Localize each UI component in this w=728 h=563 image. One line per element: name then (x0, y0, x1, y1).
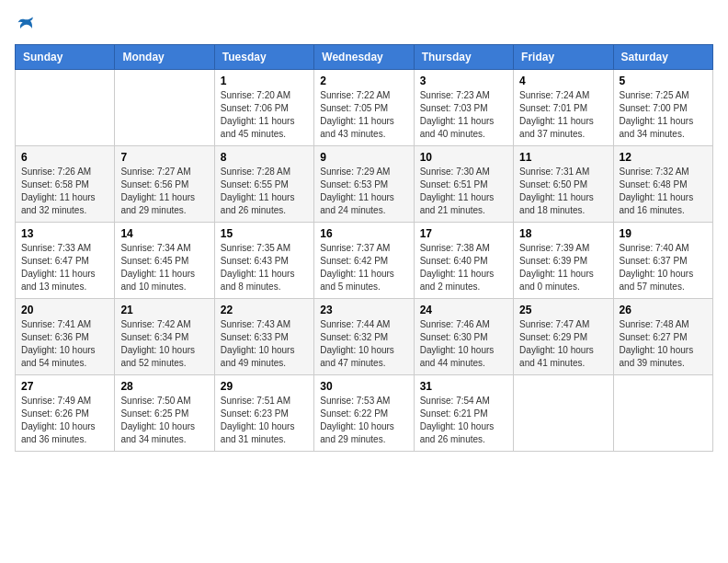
day-number: 25 (519, 304, 607, 316)
day-info: Sunrise: 7:38 AM Sunset: 6:40 PM Dayligh… (420, 242, 507, 293)
day-number: 14 (120, 227, 208, 240)
calendar-day-header: Sunday (16, 45, 115, 70)
day-info: Sunrise: 7:31 AM Sunset: 6:50 PM Dayligh… (519, 166, 607, 217)
calendar-day-header: Saturday (613, 45, 712, 70)
day-number: 5 (620, 75, 707, 87)
day-number: 27 (21, 380, 108, 393)
calendar-cell: 3Sunrise: 7:23 AM Sunset: 7:03 PM Daylig… (414, 70, 513, 146)
calendar-cell: 8Sunrise: 7:28 AM Sunset: 6:55 PM Daylig… (214, 146, 313, 223)
day-number: 12 (620, 151, 707, 164)
day-number: 26 (620, 304, 707, 316)
day-info: Sunrise: 7:41 AM Sunset: 6:36 PM Dayligh… (21, 318, 108, 370)
day-number: 10 (420, 151, 507, 164)
calendar-cell: 10Sunrise: 7:30 AM Sunset: 6:51 PM Dayli… (414, 146, 513, 223)
day-info: Sunrise: 7:26 AM Sunset: 6:58 PM Dayligh… (21, 166, 108, 217)
calendar-week-row: 13Sunrise: 7:33 AM Sunset: 6:47 PM Dayli… (16, 223, 713, 299)
calendar-cell: 22Sunrise: 7:43 AM Sunset: 6:33 PM Dayli… (214, 299, 313, 375)
calendar-cell: 13Sunrise: 7:33 AM Sunset: 6:47 PM Dayli… (16, 223, 115, 299)
calendar-cell (514, 375, 613, 452)
calendar-cell: 2Sunrise: 7:22 AM Sunset: 7:05 PM Daylig… (314, 70, 414, 146)
page-header (15, 15, 713, 33)
day-info: Sunrise: 7:42 AM Sunset: 6:34 PM Dayligh… (120, 318, 208, 370)
calendar-cell: 26Sunrise: 7:48 AM Sunset: 6:27 PM Dayli… (613, 299, 712, 375)
day-info: Sunrise: 7:22 AM Sunset: 7:05 PM Dayligh… (320, 89, 407, 141)
day-info: Sunrise: 7:37 AM Sunset: 6:42 PM Dayligh… (320, 242, 407, 293)
calendar-cell: 18Sunrise: 7:39 AM Sunset: 6:39 PM Dayli… (514, 223, 613, 299)
calendar-cell: 11Sunrise: 7:31 AM Sunset: 6:50 PM Dayli… (514, 146, 613, 223)
day-number: 20 (21, 304, 108, 316)
calendar-cell (16, 70, 115, 146)
day-info: Sunrise: 7:33 AM Sunset: 6:47 PM Dayligh… (21, 242, 108, 293)
day-number: 18 (519, 227, 607, 240)
day-number: 29 (221, 380, 308, 393)
day-number: 15 (221, 227, 308, 240)
day-number: 30 (320, 380, 407, 393)
calendar-cell: 31Sunrise: 7:54 AM Sunset: 6:21 PM Dayli… (414, 375, 513, 452)
calendar-cell: 29Sunrise: 7:51 AM Sunset: 6:23 PM Dayli… (214, 375, 313, 452)
calendar-cell: 7Sunrise: 7:27 AM Sunset: 6:56 PM Daylig… (115, 146, 214, 223)
day-info: Sunrise: 7:49 AM Sunset: 6:26 PM Dayligh… (21, 395, 108, 446)
calendar-cell: 30Sunrise: 7:53 AM Sunset: 6:22 PM Dayli… (314, 375, 414, 452)
day-number: 1 (221, 75, 308, 87)
calendar-header-row: SundayMondayTuesdayWednesdayThursdayFrid… (16, 45, 713, 70)
day-number: 28 (120, 380, 208, 393)
day-info: Sunrise: 7:23 AM Sunset: 7:03 PM Dayligh… (420, 89, 507, 141)
day-number: 31 (420, 380, 507, 393)
day-number: 8 (221, 151, 308, 164)
day-info: Sunrise: 7:27 AM Sunset: 6:56 PM Dayligh… (120, 166, 208, 217)
day-number: 6 (21, 151, 108, 164)
day-info: Sunrise: 7:28 AM Sunset: 6:55 PM Dayligh… (221, 166, 308, 217)
calendar-cell: 21Sunrise: 7:42 AM Sunset: 6:34 PM Dayli… (115, 299, 214, 375)
calendar-day-header: Monday (115, 45, 214, 70)
calendar-cell (115, 70, 214, 146)
calendar-week-row: 20Sunrise: 7:41 AM Sunset: 6:36 PM Dayli… (16, 299, 713, 375)
day-info: Sunrise: 7:54 AM Sunset: 6:21 PM Dayligh… (420, 395, 507, 446)
calendar-cell: 9Sunrise: 7:29 AM Sunset: 6:53 PM Daylig… (314, 146, 414, 223)
day-info: Sunrise: 7:51 AM Sunset: 6:23 PM Dayligh… (221, 395, 308, 446)
calendar-cell: 15Sunrise: 7:35 AM Sunset: 6:43 PM Dayli… (214, 223, 313, 299)
day-info: Sunrise: 7:35 AM Sunset: 6:43 PM Dayligh… (221, 242, 308, 293)
calendar-cell: 20Sunrise: 7:41 AM Sunset: 6:36 PM Dayli… (16, 299, 115, 375)
day-number: 4 (519, 75, 607, 87)
calendar-cell: 14Sunrise: 7:34 AM Sunset: 6:45 PM Dayli… (115, 223, 214, 299)
day-info: Sunrise: 7:30 AM Sunset: 6:51 PM Dayligh… (420, 166, 507, 217)
day-number: 9 (320, 151, 407, 164)
calendar-week-row: 27Sunrise: 7:49 AM Sunset: 6:26 PM Dayli… (16, 375, 713, 452)
day-number: 3 (420, 75, 507, 87)
day-number: 2 (320, 75, 407, 87)
day-number: 21 (120, 304, 208, 316)
day-info: Sunrise: 7:39 AM Sunset: 6:39 PM Dayligh… (519, 242, 607, 293)
calendar-cell: 12Sunrise: 7:32 AM Sunset: 6:48 PM Dayli… (613, 146, 712, 223)
day-number: 23 (320, 304, 407, 316)
day-info: Sunrise: 7:48 AM Sunset: 6:27 PM Dayligh… (620, 318, 707, 370)
day-info: Sunrise: 7:43 AM Sunset: 6:33 PM Dayligh… (221, 318, 308, 370)
day-number: 22 (221, 304, 308, 316)
calendar-week-row: 1Sunrise: 7:20 AM Sunset: 7:06 PM Daylig… (16, 70, 713, 146)
calendar-cell (613, 375, 712, 452)
logo (15, 15, 35, 33)
calendar-cell: 6Sunrise: 7:26 AM Sunset: 6:58 PM Daylig… (16, 146, 115, 223)
calendar-cell: 27Sunrise: 7:49 AM Sunset: 6:26 PM Dayli… (16, 375, 115, 452)
day-number: 7 (120, 151, 208, 164)
logo-bird-icon (17, 15, 35, 33)
calendar-cell: 28Sunrise: 7:50 AM Sunset: 6:25 PM Dayli… (115, 375, 214, 452)
day-info: Sunrise: 7:25 AM Sunset: 7:00 PM Dayligh… (620, 89, 707, 141)
day-info: Sunrise: 7:24 AM Sunset: 7:01 PM Dayligh… (519, 89, 607, 141)
calendar-day-header: Thursday (414, 45, 513, 70)
day-info: Sunrise: 7:47 AM Sunset: 6:29 PM Dayligh… (519, 318, 607, 370)
day-info: Sunrise: 7:50 AM Sunset: 6:25 PM Dayligh… (120, 395, 208, 446)
calendar-week-row: 6Sunrise: 7:26 AM Sunset: 6:58 PM Daylig… (16, 146, 713, 223)
calendar-day-header: Wednesday (314, 45, 414, 70)
calendar-table: SundayMondayTuesdayWednesdayThursdayFrid… (15, 44, 713, 452)
calendar-cell: 1Sunrise: 7:20 AM Sunset: 7:06 PM Daylig… (214, 70, 313, 146)
day-number: 17 (420, 227, 507, 240)
day-info: Sunrise: 7:46 AM Sunset: 6:30 PM Dayligh… (420, 318, 507, 370)
day-info: Sunrise: 7:32 AM Sunset: 6:48 PM Dayligh… (620, 166, 707, 217)
calendar-cell: 16Sunrise: 7:37 AM Sunset: 6:42 PM Dayli… (314, 223, 414, 299)
calendar-cell: 24Sunrise: 7:46 AM Sunset: 6:30 PM Dayli… (414, 299, 513, 375)
day-info: Sunrise: 7:40 AM Sunset: 6:37 PM Dayligh… (620, 242, 707, 293)
day-number: 16 (320, 227, 407, 240)
day-info: Sunrise: 7:20 AM Sunset: 7:06 PM Dayligh… (221, 89, 308, 141)
calendar-day-header: Tuesday (214, 45, 313, 70)
calendar-cell: 5Sunrise: 7:25 AM Sunset: 7:00 PM Daylig… (613, 70, 712, 146)
